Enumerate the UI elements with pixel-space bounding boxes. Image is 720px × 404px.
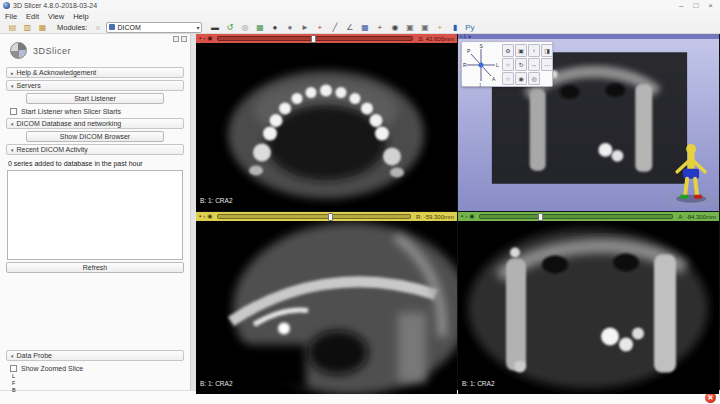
app-window: 3D Slicer 4.8.0-2018-03-24 – □ × FileEdi… [0, 0, 720, 404]
module-icon [109, 24, 115, 30]
threed-control-button[interactable]: ↔ [528, 58, 540, 71]
visibility-eye-icon[interactable]: ◉ [469, 212, 474, 221]
toolbar-icon[interactable]: ▦ [358, 22, 371, 33]
slice-offset-slider[interactable] [217, 36, 413, 41]
chevron-icon: ▾ [11, 121, 14, 127]
panel-pin-icon[interactable] [173, 36, 179, 42]
threed-control-button[interactable]: ↑ [528, 44, 540, 57]
expand-icon[interactable]: › [203, 212, 205, 221]
toolbar-icon[interactable]: ◎ [238, 22, 251, 33]
servers-section-label: Servers [17, 82, 41, 89]
menu-item[interactable]: View [48, 12, 64, 21]
slice-offset-slider[interactable] [479, 214, 673, 219]
yellow-slice-view[interactable]: ▪ › ◉ R: -59.300mm [196, 212, 457, 394]
chevron-icon: ▸ [11, 70, 14, 76]
slider-handle[interactable] [328, 213, 333, 221]
maximize-button[interactable]: □ [693, 2, 698, 10]
toolbar-icon[interactable]: ◉ [388, 22, 401, 33]
toolbar-icon[interactable]: ▦ [36, 22, 49, 33]
toolbar-icon[interactable]: ▥ [21, 22, 34, 33]
toolbar-icon[interactable]: ● [283, 22, 296, 33]
toolbar-icon[interactable]: Py [463, 22, 476, 33]
recent-activity-label: Recent DICOM Activity [17, 146, 88, 153]
show-zoomed-slice-checkbox[interactable] [10, 365, 17, 372]
toolbar-icon[interactable]: ╱ [328, 22, 341, 33]
expand-icon[interactable]: › [465, 212, 467, 221]
menu-item[interactable]: Help [73, 12, 88, 21]
toolbar-icon[interactable]: ▣ [418, 22, 431, 33]
slice-offset-slider[interactable] [217, 214, 411, 219]
dicom-database-section[interactable]: ▾ DICOM Database and networking [6, 118, 184, 129]
pin-icon[interactable]: ▪ [199, 212, 201, 221]
help-acknowledgement-section[interactable]: ▸ Help & Acknowledgement [6, 67, 184, 78]
axis-orientation-widget[interactable]: S I R L P A [462, 42, 500, 86]
threed-view[interactable]: ▪ 1 ● S [458, 34, 719, 211]
start-listener-button[interactable]: Start Listener [26, 93, 164, 104]
toolbar-icon[interactable]: ▣ [403, 22, 416, 33]
red-slice-view[interactable]: ▪ › ◉ S: 42.600mm [196, 34, 457, 211]
green-slice-view[interactable]: ▪ › ◉ A: -84.300mm [458, 212, 719, 394]
activity-status-text: 0 series added to database in the past h… [0, 157, 190, 169]
pin-icon[interactable]: ▪ [460, 34, 462, 39]
help-section-label: Help & Acknowledgement [17, 69, 97, 76]
chevron-icon: ▾ [11, 353, 14, 359]
threed-control-button[interactable]: ◎ [528, 72, 540, 85]
show-dicom-browser-button[interactable]: Show DICOM Browser [26, 131, 164, 142]
menu-item[interactable]: Edit [26, 12, 39, 21]
toolbar-icon[interactable]: ↺ [223, 22, 236, 33]
slice-offset-value: R: -59.300mm [416, 214, 454, 220]
threed-control-button[interactable]: ◨ [541, 44, 553, 57]
pin-icon[interactable]: ▪ [199, 34, 201, 43]
toolbar-icon[interactable]: ► [298, 22, 311, 33]
toolbar-icon[interactable]: + [313, 22, 326, 33]
threed-control-button[interactable]: ◉ [515, 72, 527, 85]
threed-control-button[interactable]: ↻ [515, 58, 527, 71]
toolbar-icon[interactable]: ● [268, 22, 281, 33]
toolbar-icon[interactable]: ▦ [253, 22, 266, 33]
threed-control-button[interactable]: ▣ [515, 44, 527, 57]
servers-section[interactable]: ▾ Servers [6, 80, 184, 91]
menu-item[interactable]: File [5, 12, 17, 21]
threed-control-button[interactable]: ⚙ [502, 44, 514, 57]
pin-icon[interactable]: ▪ [461, 212, 463, 221]
toolbar-icon[interactable]: + [433, 22, 446, 33]
visibility-eye-icon[interactable]: ◉ [207, 34, 212, 43]
toolbar-icon[interactable]: ▮ [448, 22, 461, 33]
panel-float-icon[interactable] [181, 36, 187, 42]
refresh-button[interactable]: Refresh [6, 262, 184, 273]
modules-label: Modules: [57, 23, 87, 32]
autostart-listener-checkbox[interactable] [10, 108, 17, 115]
probe-rows: LFB [0, 373, 190, 394]
recent-dicom-activity-section[interactable]: ▾ Recent DICOM Activity [6, 144, 184, 155]
threed-control-button[interactable]: ○ [502, 58, 514, 71]
activity-list[interactable] [7, 170, 183, 260]
toolbar-icon[interactable]: ∠ [343, 22, 356, 33]
slicer-logo-icon [10, 42, 27, 59]
expand-icon[interactable]: › [203, 34, 205, 43]
threed-control-button[interactable]: ⋯ [541, 58, 553, 71]
coronal-ct-image[interactable] [458, 212, 719, 394]
threed-controller-popup: S I R L P A ⚙▣↑◨ [461, 41, 553, 87]
threed-control-button[interactable]: ○ [502, 72, 514, 85]
title-bar: 3D Slicer 4.8.0-2018-03-24 – □ × [0, 0, 720, 11]
probe-row-label: F [12, 380, 190, 387]
autostart-listener-label: Start Listener when Slicer Starts [21, 108, 121, 115]
slice-label: B: 1: CRA2 [200, 380, 233, 387]
slider-handle[interactable] [538, 213, 543, 221]
green-slice-controller: ▪ › ◉ A: -84.300mm [458, 212, 719, 221]
close-button[interactable]: × [708, 2, 713, 10]
visibility-eye-icon[interactable]: ● [468, 34, 471, 39]
module-selector[interactable]: DICOM ▾ [106, 22, 202, 33]
toolbar: ▤▥▦ Modules: ○ DICOM ▾ ▬↺◎▦●●►+╱∠▦+◉▣▣+▮… [0, 21, 720, 34]
toolbar-icon[interactable]: + [373, 22, 386, 33]
visibility-eye-icon[interactable]: ◉ [207, 212, 212, 221]
minimize-button[interactable]: – [679, 2, 683, 10]
toolbar-icon[interactable]: ▤ [6, 22, 19, 33]
data-probe-label: Data Probe [17, 352, 52, 359]
toolbar-icon[interactable]: ▬ [208, 22, 221, 33]
sagittal-ct-image[interactable] [196, 212, 457, 394]
module-search-icon-slot[interactable]: ○ [91, 22, 104, 33]
axial-ct-image[interactable] [196, 34, 457, 211]
data-probe-section[interactable]: ▾ Data Probe [6, 350, 184, 361]
slider-handle[interactable] [311, 35, 316, 43]
